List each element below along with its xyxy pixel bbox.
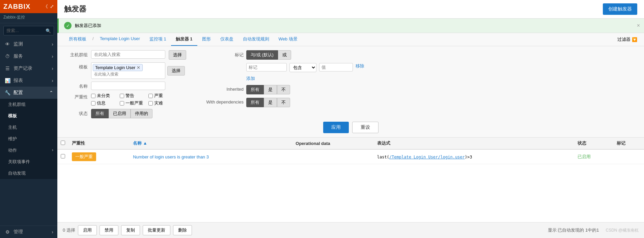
severity-unclassified-checkbox[interactable] (91, 94, 95, 98)
sidebar-item-hosts[interactable]: 主机 (0, 122, 57, 133)
status-disabled-button[interactable]: 停用的 (131, 109, 152, 118)
expand-icon[interactable]: ⤢ (50, 4, 54, 10)
enable-button[interactable]: 启用 (78, 225, 97, 235)
filter-icon[interactable]: 🔽 (632, 37, 637, 42)
status-label: 状态 (64, 109, 88, 117)
severity-general[interactable]: 一般严重 (120, 100, 143, 106)
row-checkbox[interactable] (61, 154, 65, 158)
tab-dashboards[interactable]: 仪表盘 (216, 33, 238, 46)
tag-empty-label (196, 63, 244, 65)
logo-area: ZABBIX 《 ⤢ (0, 0, 57, 13)
tab-all-templates[interactable]: 所有模板 (64, 33, 91, 46)
tab-triggers[interactable]: 触发器 1 (171, 33, 197, 46)
main-content: 触发器 创建触发器 ✓ 触发器已添加 × 所有模板 / Template Log… (57, 0, 644, 238)
chevron-icon: › (52, 54, 53, 59)
with-deps-all-button[interactable]: 所有 (246, 98, 264, 107)
row-operational-data-cell (292, 149, 373, 164)
copy-button[interactable]: 复制 (121, 225, 140, 235)
reset-button[interactable]: 重设 (352, 122, 379, 133)
select-all-checkbox[interactable] (61, 141, 65, 145)
trigger-name-link[interactable]: Number of login users is greater than 3 (133, 154, 209, 159)
table-area: 严重性 名称 ▲ Operational data 表达式 状态 标记 (57, 138, 644, 222)
severity-unclassified[interactable]: 未分类 (91, 93, 114, 99)
search-input[interactable]: 搜索... 🔍 (3, 26, 54, 35)
tab-graphs[interactable]: 图形 (197, 33, 216, 46)
tag-andor-button[interactable]: 与/或 (默认) (246, 50, 278, 60)
severity-disaster-checkbox[interactable] (148, 101, 153, 106)
tag-op-select[interactable]: 包含 (289, 63, 316, 72)
apply-button[interactable]: 应用 (323, 122, 349, 133)
status-btn-group: 所有 已启用 停用的 (91, 109, 152, 118)
expression-link[interactable]: /Template Login User/login.user (389, 155, 465, 159)
notification-close[interactable]: × (637, 23, 640, 29)
sidebar: ZABBIX 《 ⤢ Zabbix-监控 搜索... 🔍 👁 监测 › ⏱ 服务… (0, 0, 57, 238)
severity-general-checkbox[interactable] (120, 101, 124, 106)
tag-mode-btn-group: 与/或 (默认) 或 (246, 50, 291, 60)
delete-button[interactable]: 删除 (173, 225, 192, 235)
severity-info-checkbox[interactable] (91, 101, 95, 106)
status-all-button[interactable]: 所有 (91, 109, 109, 118)
disable-button[interactable]: 禁用 (100, 225, 118, 235)
host-group-input[interactable] (91, 50, 165, 59)
sidebar-item-host-groups[interactable]: 主机群组 (0, 99, 57, 110)
sidebar-item-monitor[interactable]: 👁 监测 › (0, 38, 57, 50)
with-deps-no-button[interactable]: 不 (277, 98, 290, 107)
monitor-icon: 👁 (4, 41, 11, 47)
tag-value-input[interactable] (319, 63, 353, 71)
sidebar-item-service[interactable]: ⏱ 服务 › (0, 50, 57, 62)
severity-severe[interactable]: 严重 (148, 93, 172, 99)
severity-label: 严重性 (64, 93, 88, 100)
success-icon: ✓ (64, 22, 72, 29)
inherited-no-button[interactable]: 不 (277, 85, 290, 94)
host-group-select-button[interactable]: 选择 (169, 50, 186, 60)
severity-severe-checkbox[interactable] (148, 94, 153, 98)
sidebar-item-templates[interactable]: 模板 (0, 110, 57, 122)
create-trigger-button[interactable]: 创建触发器 (603, 3, 637, 15)
filter-panel: 主机群组 选择 模板 Template Login User (57, 46, 644, 138)
separator: / (91, 33, 95, 46)
name-input[interactable] (91, 82, 165, 90)
tag-or-button[interactable]: 或 (278, 50, 291, 60)
inherited-yes-button[interactable]: 是 (264, 85, 277, 94)
add-tag-link[interactable]: 添加 (246, 76, 255, 82)
severity-warning[interactable]: 警告 (120, 93, 143, 99)
sidebar-item-asset[interactable]: ☰ 资产记录 › (0, 62, 57, 75)
col-status: 状态 (574, 138, 613, 149)
tabs: 所有模板 / Template Login User 监控项 1 触发器 1 图… (64, 33, 302, 46)
severity-warning-checkbox[interactable] (120, 94, 124, 98)
sidebar-item-config[interactable]: 🔧 配置 ⌃ (0, 87, 57, 99)
inherited-row: Inherited 所有 是 不 (196, 85, 637, 94)
page-header: 触发器 创建触发器 (57, 0, 644, 19)
inherited-label: Inherited (196, 85, 244, 92)
sidebar-item-discovery[interactable]: 自动发现 (0, 168, 57, 179)
sidebar-item-report[interactable]: 📊 报表 › (0, 75, 57, 87)
tag-remove-link[interactable]: 移除 (356, 63, 364, 69)
template-select-button[interactable]: 选择 (167, 66, 185, 76)
severity-disaster[interactable]: 灾难 (148, 100, 172, 106)
bulk-update-button[interactable]: 批量更新 (143, 225, 170, 235)
sidebar-item-admin[interactable]: ⚙ 管理 › (0, 226, 57, 238)
severity-info[interactable]: 信息 (91, 100, 114, 106)
tag-name-input[interactable] (246, 63, 287, 71)
tab-template-login-user[interactable]: Template Login User (95, 33, 145, 46)
sidebar-item-correlation[interactable]: 关联项事件 (0, 156, 57, 168)
search-box: 搜索... 🔍 (0, 23, 57, 38)
template-search-input[interactable] (93, 71, 133, 77)
collapse-icon[interactable]: 《 (43, 4, 48, 10)
template-tag-remove[interactable]: ✕ (137, 65, 140, 70)
expression-text: last(/Template Login User/login.user)>3 (377, 155, 472, 159)
tab-monitor-items[interactable]: 监控项 1 (145, 33, 171, 46)
with-deps-yes-button[interactable]: 是 (264, 98, 277, 107)
sidebar-item-maintenance[interactable]: 维护 (0, 133, 57, 145)
template-filter-row: 模板 Template Login User ✕ (64, 62, 186, 79)
tab-web-scenarios[interactable]: Web 场景 (274, 33, 302, 46)
sidebar-subtitle: Zabbix-监控 (0, 13, 57, 23)
sidebar-item-actions[interactable]: 动作 › (0, 145, 57, 156)
chevron-icon: › (52, 41, 53, 47)
template-tag-label: Template Login User (95, 65, 135, 70)
tab-discovery-rules[interactable]: 自动发现规则 (238, 33, 274, 46)
status-enabled-button[interactable]: 已启用 (109, 109, 131, 118)
inherited-all-button[interactable]: 所有 (246, 85, 264, 94)
col-name[interactable]: 名称 ▲ (130, 138, 292, 149)
template-label: 模板 (64, 62, 88, 70)
